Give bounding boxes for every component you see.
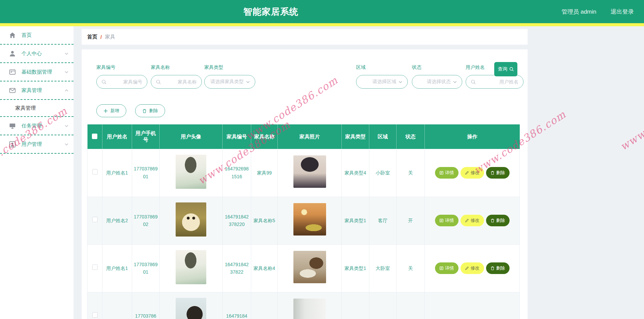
select-all-checkbox[interactable] <box>92 134 97 139</box>
cell-status: 开 <box>397 197 425 244</box>
user-avatar-image <box>176 250 206 284</box>
row-delete-button[interactable]: 删除 <box>486 167 510 179</box>
col-header-furniture-name: 家具名称 <box>251 124 278 149</box>
sidebar-item-label: 任务管理 <box>21 123 64 129</box>
filter-label: 区域 <box>356 64 408 71</box>
detail-button-label: 详情 <box>445 217 454 224</box>
search-icon <box>509 67 514 72</box>
furniture-code-input[interactable] <box>109 79 142 85</box>
col-header-area: 区域 <box>369 124 397 149</box>
sidebar-item-home[interactable]: 首页 <box>0 26 74 45</box>
detail-icon <box>439 218 444 223</box>
row-delete-button[interactable]: 删除 <box>486 262 510 274</box>
row-actions: 详情 修改 删除 <box>426 262 518 274</box>
furniture-name-input[interactable] <box>163 79 197 85</box>
detail-icon <box>439 266 444 270</box>
filter-status: 状态 请选择状态 <box>412 64 462 89</box>
detail-button-label: 详情 <box>445 170 454 176</box>
chevron-down-icon <box>64 142 69 147</box>
trash-icon <box>490 218 495 223</box>
filter-label: 状态 <box>412 64 462 71</box>
cell-phone: 17703786901 <box>132 149 160 197</box>
cell-user-name: 用户姓名2 <box>102 197 132 244</box>
cell-furniture-type <box>342 292 369 319</box>
area-select[interactable]: 请选择区域 <box>356 75 408 89</box>
table-row: 用户姓名2 17703786902 164791842378220 家具名称5 … <box>87 197 520 244</box>
add-button-label: 新增 <box>110 108 119 114</box>
sidebar-item-task-mgmt[interactable]: 任务管理 <box>0 117 74 135</box>
breadcrumb: 首页 / 家具 <box>82 29 528 45</box>
search-button[interactable]: 查询 <box>494 62 517 76</box>
edit-button[interactable]: 修改 <box>461 215 484 226</box>
furniture-code-input-wrap <box>96 75 147 89</box>
row-checkbox[interactable] <box>92 264 98 270</box>
sidebar-subitem-furniture-mgmt[interactable]: 家具管理 <box>0 100 74 117</box>
edit-button-label: 修改 <box>471 265 480 271</box>
detail-icon <box>439 171 444 175</box>
delete-button-label: 删除 <box>496 170 505 176</box>
furniture-photo-image <box>293 299 326 319</box>
delete-button-label: 删除 <box>496 265 505 271</box>
header-user-area: 管理员 admin 退出登录 <box>562 0 634 23</box>
filter-furniture-name: 家具名称 <box>151 64 202 89</box>
select-placeholder: 请选择状态 <box>427 79 451 85</box>
users-icon <box>9 141 16 148</box>
furniture-type-select[interactable]: 请选择家具类型 <box>204 75 255 89</box>
col-header-phone: 用户手机号 <box>132 124 160 149</box>
delete-button-label: 删除 <box>496 217 505 224</box>
status-select[interactable]: 请选择状态 <box>412 75 462 89</box>
detail-button[interactable]: 详情 <box>435 215 458 226</box>
search-icon <box>101 79 107 85</box>
detail-button[interactable]: 详情 <box>435 262 458 274</box>
user-name-input[interactable] <box>478 79 518 85</box>
add-button[interactable]: 新增 <box>96 104 126 117</box>
cell-status: 关 <box>397 149 425 197</box>
cell-user-name <box>102 292 132 319</box>
col-header-furniture-type: 家具类型 <box>342 124 369 149</box>
detail-button[interactable]: 详情 <box>435 167 458 179</box>
cell-furniture-code: 1647926981516 <box>223 149 251 197</box>
row-checkbox[interactable] <box>92 217 98 222</box>
edit-button[interactable]: 修改 <box>461 167 484 179</box>
accent-strip <box>0 23 644 26</box>
cell-furniture-type: 家具类型1 <box>342 197 369 244</box>
sidebar-item-base-data[interactable]: 基础数据管理 <box>0 63 74 81</box>
logout-link[interactable]: 退出登录 <box>611 8 634 16</box>
app-title: 智能家居系统 <box>0 6 542 18</box>
sidebar-item-personal-center[interactable]: 个人中心 <box>0 45 74 63</box>
admin-user-label: 管理员 admin <box>562 8 596 16</box>
detail-button-label: 详情 <box>445 265 454 271</box>
col-header-operations: 操作 <box>425 124 520 149</box>
user-avatar-image <box>176 202 206 237</box>
chevron-down-icon <box>64 51 69 56</box>
furniture-photo-image <box>293 203 326 236</box>
sidebar-subitem-label: 家具管理 <box>15 105 36 111</box>
filter-label: 家具类型 <box>204 64 255 71</box>
table-row: 17703786 16479184 <box>87 292 520 319</box>
cell-user-name: 用户姓名1 <box>102 149 132 197</box>
cell-furniture-name: 家具名称4 <box>251 244 278 292</box>
row-checkbox[interactable] <box>92 169 98 174</box>
edit-button[interactable]: 修改 <box>461 262 484 274</box>
chevron-down-icon <box>398 80 403 84</box>
row-delete-button[interactable]: 删除 <box>486 215 510 226</box>
watermark-text: www.code386.com <box>618 84 644 153</box>
trash-icon <box>490 171 495 175</box>
breadcrumb-home[interactable]: 首页 <box>87 34 97 40</box>
trash-icon <box>142 109 147 113</box>
row-checkbox[interactable] <box>92 312 98 318</box>
main-content: 首页 / 家具 家具编号 家具名称 家具类型 <box>82 26 528 319</box>
chevron-down-icon <box>64 124 69 128</box>
chevron-down-icon <box>246 80 250 84</box>
select-placeholder: 请选择家具类型 <box>210 79 244 85</box>
user-icon <box>9 50 16 57</box>
plus-icon <box>103 109 108 113</box>
search-icon <box>156 79 161 85</box>
user-avatar-image <box>176 298 206 319</box>
filter-zone: 家具编号 家具名称 家具类型 请选择家具类型 <box>82 49 528 118</box>
sidebar-item-furniture-mgmt[interactable]: 家具管理 <box>0 81 74 100</box>
col-header-status: 状态 <box>397 124 425 149</box>
sidebar-item-user-mgmt[interactable]: 用户管理 <box>0 135 74 154</box>
delete-button[interactable]: 删除 <box>135 104 165 117</box>
monitor-icon <box>9 123 16 129</box>
